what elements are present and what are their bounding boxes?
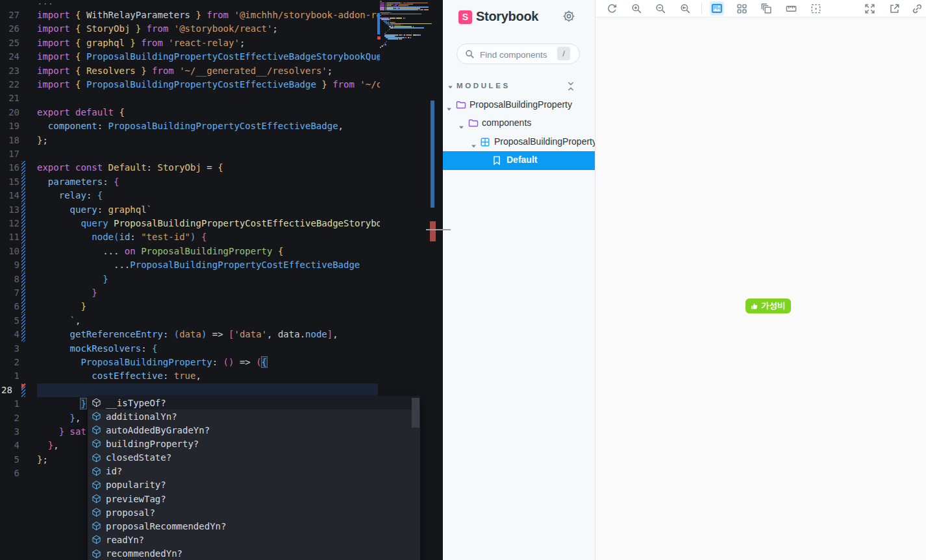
autocomplete-item-label: previewTag?	[106, 494, 166, 504]
search-box[interactable]: /	[457, 43, 580, 64]
grid-icon[interactable]	[734, 1, 749, 16]
code-text	[37, 383, 380, 397]
storybook-sidebar: S Storybook / MODULES ProposalBuildingPr…	[443, 0, 595, 560]
line-number: 24	[0, 50, 19, 64]
autocomplete-item[interactable]: readYn?	[88, 533, 420, 546]
code-line[interactable]: 4 getReferenceEntry: (data) => ['data', …	[0, 328, 443, 341]
code-text: `,	[37, 314, 380, 328]
autocomplete-item[interactable]: closedState?	[88, 451, 420, 465]
autocomplete-item[interactable]: additionalYn?	[88, 409, 420, 423]
outline-icon[interactable]	[808, 1, 823, 16]
autocomplete-item-label: autoAddedByGradeYn?	[106, 425, 210, 435]
code-text: };	[37, 134, 380, 147]
pane-resize-handle[interactable]	[426, 229, 451, 230]
gutter-change-marker	[21, 286, 25, 300]
badge-label: 가성비	[761, 300, 786, 311]
autocomplete-popup[interactable]: __isTypeOf?additionalYn?autoAddedByGrade…	[88, 396, 420, 560]
line-number: 26	[0, 22, 19, 36]
field-cube-icon	[92, 439, 101, 448]
sidebar-item-components[interactable]: components	[443, 114, 595, 132]
folder-icon	[456, 101, 466, 112]
line-number: 4	[0, 439, 19, 452]
autocomplete-item-label: __isTypeOf?	[106, 398, 166, 408]
code-line[interactable]: 7 }	[0, 286, 443, 300]
scrollbar-change-marker[interactable]	[431, 101, 434, 208]
code-line[interactable]: 11 node(id: "test-id") {	[0, 230, 443, 244]
canvas-toolbar	[595, 0, 926, 18]
code-line[interactable]: 9 ...ProposalBuildingPropertyCostEffecti…	[0, 258, 443, 272]
sidebar-item-default[interactable]: Default	[443, 151, 595, 169]
autocomplete-item[interactable]: buildingProperty?	[88, 437, 420, 450]
fullscreen-icon[interactable]	[862, 1, 877, 16]
code-line[interactable]: 14 relay: {	[0, 189, 443, 202]
autocomplete-item[interactable]: id?	[88, 465, 420, 478]
autocomplete-item[interactable]: previewTag?	[88, 492, 420, 505]
code-line[interactable]: 5 `,	[0, 314, 443, 328]
remount-icon[interactable]	[605, 1, 619, 16]
line-number: 3	[0, 342, 19, 356]
preview-pane: 가성비	[595, 0, 926, 560]
sidebar-item-proposalbuildingproperty[interactable]: ProposalBuildingProperty	[443, 96, 595, 114]
code-line[interactable]: 2 ProposalBuildingProperty: () => ({	[0, 356, 443, 369]
zoom-reset-icon[interactable]	[678, 1, 692, 16]
code-text: }	[37, 273, 380, 286]
field-cube-icon	[92, 453, 101, 463]
popup-scrollbar[interactable]	[412, 398, 419, 428]
line-number: 15	[0, 175, 19, 189]
gutter-change-marker	[21, 203, 25, 217]
storybook-logo-icon[interactable]: S	[458, 10, 472, 24]
code-text: import { ProposalBuildingPropertyCostEff…	[37, 50, 380, 64]
modules-section-label: MODULES	[457, 82, 510, 90]
zoom-in-icon[interactable]	[629, 1, 644, 16]
code-line[interactable]: 17	[0, 147, 443, 161]
sidebar-item-proposalbuildingproperty[interactable]: ProposalBuildingPropertyCostEffectiveBad…	[443, 133, 595, 151]
code-line[interactable]: 18};	[0, 134, 443, 147]
code-text: component: ProposalBuildingPropertyCostE…	[37, 119, 380, 133]
autocomplete-item[interactable]: autoAddedByGradeYn?	[88, 423, 420, 437]
background-icon[interactable]	[710, 1, 724, 16]
gear-icon[interactable]	[562, 10, 577, 24]
code-line[interactable]: 15 parameters: {	[0, 175, 443, 189]
code-line[interactable]: 8 }	[0, 273, 443, 286]
collapse-all-icon[interactable]	[566, 81, 577, 93]
search-shortcut-badge: /	[557, 47, 570, 60]
autocomplete-item-label: proposal?	[106, 507, 155, 518]
field-cube-icon	[92, 411, 101, 421]
code-line[interactable]: 3 mockResolvers: {	[0, 342, 443, 356]
code-line[interactable]: 16export const Default: StoryObj = {	[0, 161, 443, 175]
search-input[interactable]	[479, 47, 556, 62]
minimap-error-dot	[377, 36, 381, 40]
autocomplete-item[interactable]: recommendedYn?	[88, 547, 420, 560]
measure-icon[interactable]	[784, 1, 798, 16]
open-new-tab-icon[interactable]	[887, 1, 901, 16]
tree-item-label: ProposalBuildingPropertyCostEffectiveBad…	[494, 136, 595, 147]
autocomplete-item[interactable]: popularity?	[88, 478, 420, 492]
copy-link-icon[interactable]	[910, 1, 924, 16]
code-line[interactable]: 1 costEffective: true,	[0, 369, 443, 383]
line-number: 14	[0, 189, 19, 202]
line-number: 17	[0, 147, 19, 161]
field-cube-icon	[92, 480, 101, 490]
autocomplete-item[interactable]: proposal?	[88, 505, 420, 519]
zoom-out-icon[interactable]	[653, 1, 668, 16]
viewport-icon[interactable]	[759, 1, 773, 16]
line-number: 2	[0, 356, 19, 369]
search-icon	[465, 49, 475, 59]
code-line[interactable]: 28	[0, 383, 443, 397]
minimap[interactable]	[375, 0, 435, 130]
code-text: query: graphql`	[37, 203, 380, 217]
line-number: 19	[0, 119, 19, 133]
autocomplete-item[interactable]: __isTypeOf?	[88, 396, 420, 409]
line-number: 10	[0, 245, 19, 258]
code-text: ProposalBuildingProperty: () => ({	[37, 356, 380, 369]
code-line[interactable]: 6 }	[0, 300, 443, 313]
code-line[interactable]: 12 query ProposalBuildingPropertyCostEff…	[0, 217, 443, 230]
modules-section-header[interactable]: MODULES	[443, 80, 595, 93]
line-number: 16	[0, 161, 19, 175]
gutter-change-marker	[21, 217, 25, 230]
code-text	[37, 147, 380, 161]
autocomplete-item[interactable]: proposalRecommendedYn?	[88, 519, 420, 533]
line-number: 9	[0, 258, 19, 272]
code-line[interactable]: 10 ... on ProposalBuildingProperty {	[0, 245, 443, 258]
code-line[interactable]: 13 query: graphql`	[0, 203, 443, 217]
